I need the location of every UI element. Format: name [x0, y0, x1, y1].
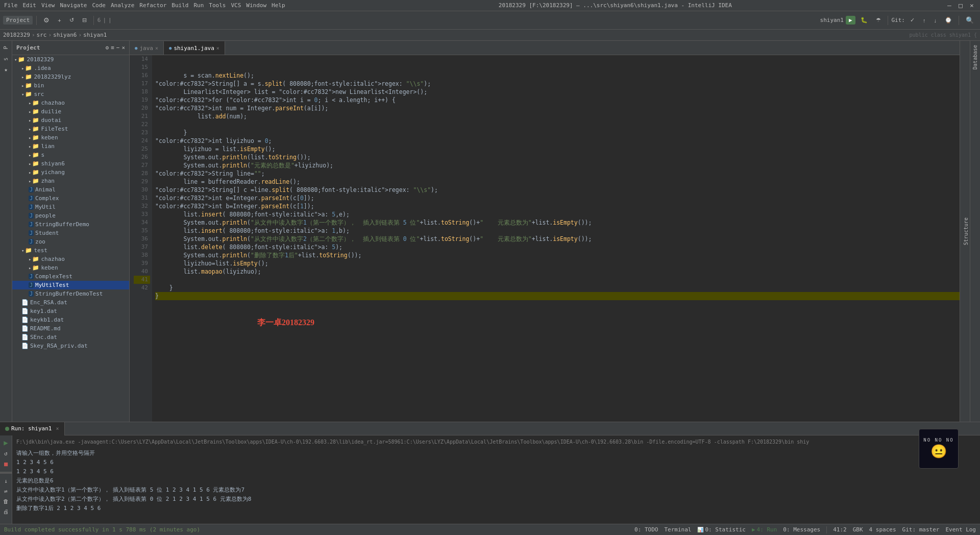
statistic-button[interactable]: 📊 0: Statistic — [697, 526, 745, 533]
tree-item-yichang[interactable]: ▸📁yichang — [12, 168, 129, 177]
tree-item-readme_md[interactable]: 📄README.md — [12, 324, 129, 333]
tree-item-_idea[interactable]: ▸📁.idea — [12, 64, 129, 72]
git-commit-button[interactable]: ✓ — [907, 16, 918, 25]
minimize-button[interactable]: — — [945, 2, 953, 9]
tree-item-20182329[interactable]: ▾📁20182329 — [12, 55, 129, 64]
menu-navigate[interactable]: Navigate — [60, 2, 87, 9]
tree-item-s[interactable]: ▸📁s — [12, 151, 129, 159]
tree-item-lian[interactable]: ▸📁lian — [12, 142, 129, 151]
menu-analyze[interactable]: Analyze — [111, 2, 134, 9]
tree-item-duilie[interactable]: ▸📁duilie — [12, 107, 129, 116]
sync-button[interactable]: ↺ — [66, 16, 77, 25]
tree-item-stringbufferdemotest[interactable]: JStringBufferDemoTest — [12, 289, 129, 298]
run-output[interactable]: F:\jdk\bin\java.exe -javaagent:C:\Users\… — [12, 435, 980, 524]
tab-java-close[interactable]: × — [155, 45, 158, 51]
coverage-button[interactable]: ☂ — [873, 16, 884, 25]
search-button[interactable]: 🔍 — [963, 15, 977, 25]
menu-edit[interactable]: Edit — [23, 2, 37, 9]
tree-item-keykb1_dat[interactable]: 📄keykb1.dat — [12, 315, 129, 324]
menu-run[interactable]: Run — [193, 2, 204, 9]
menu-view[interactable]: View — [41, 2, 55, 9]
tree-item-keben[interactable]: ▸📁keben — [12, 133, 129, 142]
run-clear-button[interactable]: 🗑 — [2, 497, 10, 506]
menu-file[interactable]: File — [4, 2, 18, 9]
menu-refactor[interactable]: Refactor — [139, 2, 166, 9]
structure-icon[interactable]: S — [4, 56, 9, 62]
tab-java[interactable]: ● java × — [130, 41, 164, 55]
tab-shiyan1[interactable]: ● shiyan1.java × — [164, 41, 225, 55]
tree-item-people[interactable]: Jpeople — [12, 211, 129, 220]
encoding-indicator[interactable]: GBK — [853, 526, 863, 533]
menu-tools[interactable]: Tools — [209, 2, 226, 9]
maximize-button[interactable]: □ — [957, 2, 965, 9]
run-status-button[interactable]: ▶ 4: Run — [752, 526, 777, 533]
tree-item-filetest[interactable]: ▸📁FileTest — [12, 125, 129, 133]
run-scroll-end-button[interactable]: ↓ — [3, 477, 9, 485]
project-combo[interactable]: Project — [3, 16, 33, 25]
tree-item-duotai[interactable]: ▸📁duotai — [12, 116, 129, 125]
git-status[interactable]: Git: master — [902, 526, 940, 533]
breadcrumb-project[interactable]: 20182329 — [3, 32, 30, 38]
debug-button[interactable]: 🐛 — [857, 16, 871, 25]
tree-item-myutiltest[interactable]: JMyUtilTest — [12, 281, 129, 289]
tree-item-myutil[interactable]: JMyUtil — [12, 203, 129, 211]
tree-item-senc_dat[interactable]: 📄SEnc.dat — [12, 333, 129, 342]
run-print-button[interactable]: 🖨 — [2, 507, 10, 516]
tree-item-test[interactable]: ▾📁test — [12, 246, 129, 255]
breadcrumb-src[interactable]: src — [37, 32, 47, 38]
settings-button[interactable]: ⚙ — [40, 15, 53, 25]
tree-item-chazhao[interactable]: ▸📁chazhao — [12, 255, 129, 263]
run-button[interactable]: ▶ — [846, 16, 855, 25]
database-panel[interactable]: Database — [970, 41, 980, 422]
tree-item-bin[interactable]: ▸📁bin — [12, 81, 129, 90]
messages-button[interactable]: 0: Messages — [783, 526, 820, 533]
tree-item-zoo[interactable]: Jzoo — [12, 237, 129, 246]
structure-panel[interactable]: Structure — [960, 41, 970, 422]
breadcrumb-file[interactable]: shiyan1 — [83, 32, 107, 38]
tree-item-key1_dat[interactable]: 📄key1.dat — [12, 307, 129, 315]
tree-item-complex[interactable]: JComplex — [12, 194, 129, 203]
menu-build[interactable]: Build — [172, 2, 188, 9]
terminal-button[interactable]: Terminal — [664, 526, 691, 533]
close-button[interactable]: × — [968, 2, 976, 9]
tree-item-src[interactable]: ▾📁src — [12, 90, 129, 99]
run-tab-close[interactable]: × — [56, 426, 59, 431]
run-rerun-button[interactable]: ↺ — [3, 449, 9, 458]
tree-item-shiyan6[interactable]: ▸📁shiyan6 — [12, 159, 129, 168]
menu-code[interactable]: Code — [92, 2, 106, 9]
git-pull-button[interactable]: ↓ — [931, 16, 940, 25]
tree-item-complextest[interactable]: JComplexTest — [12, 272, 129, 281]
tree-item-animal[interactable]: JAnimal — [12, 185, 129, 194]
menu-window[interactable]: Window — [246, 2, 266, 9]
todo-button[interactable]: 0: TODO — [634, 526, 658, 533]
run-tab-active[interactable]: Run: shiyan1 × — [0, 422, 65, 435]
tree-item-enc_rsa_dat[interactable]: 📄Enc_RSA.dat — [12, 298, 129, 307]
run-play-button[interactable]: ▶ — [3, 437, 9, 448]
menu-vcs[interactable]: VCS — [231, 2, 241, 9]
tree-item-stringbufferdemo[interactable]: JStringBufferDemo — [12, 220, 129, 229]
event-log-button[interactable]: Event Log — [945, 526, 976, 533]
tree-item-20182329lyz[interactable]: ▸📁20182329lyz — [12, 72, 129, 81]
project-layout-icon[interactable]: ≡ — [111, 44, 114, 51]
indent-indicator[interactable]: 4 spaces — [869, 526, 896, 533]
code-content[interactable]: s = scan.nextLine(); "color:#cc7832">Str… — [152, 55, 960, 422]
git-history-button[interactable]: ⌚ — [942, 16, 955, 25]
project-close-icon[interactable]: × — [121, 44, 125, 51]
project-icon[interactable]: P — [3, 44, 9, 52]
tab-shiyan1-close[interactable]: × — [216, 45, 219, 51]
run-stop-button[interactable]: ■ — [3, 459, 9, 469]
project-settings-icon[interactable]: ⚙ — [106, 44, 109, 51]
tree-item-student[interactable]: JStudent — [12, 229, 129, 237]
breadcrumb-package[interactable]: shiyan6 — [53, 32, 77, 38]
tree-item-keben[interactable]: ▸📁keben — [12, 263, 129, 272]
run-wrap-button[interactable]: ⇌ — [3, 487, 9, 496]
tree-item-skey_rsa_priv_dat[interactable]: 📄Skey_RSA_priv.dat — [12, 342, 129, 350]
add-config-button[interactable]: + — [55, 16, 64, 25]
tree-item-zhan[interactable]: ▸📁zhan — [12, 177, 129, 185]
git-push-button[interactable]: ↑ — [920, 16, 929, 25]
menu-help[interactable]: Help — [272, 2, 285, 9]
favorites-icon[interactable]: ★ — [4, 66, 8, 73]
project-collapse-icon[interactable]: − — [116, 44, 120, 51]
tree-item-chazhao[interactable]: ▸📁chazhao — [12, 99, 129, 107]
collapse-button[interactable]: ⊟ — [79, 16, 90, 25]
